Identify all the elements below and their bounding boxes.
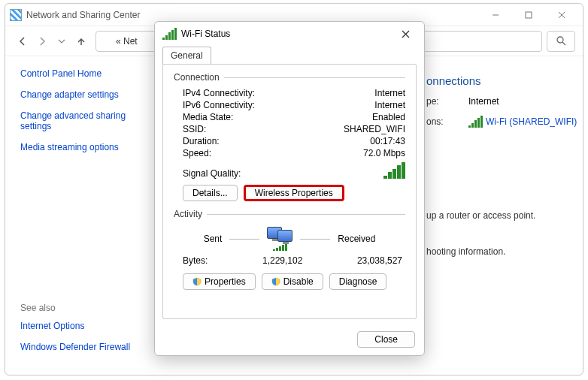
maximize-button[interactable] [512,5,545,26]
bytes-label: Bytes: [183,255,208,266]
troubleshoot-text: hooting information. [426,246,577,257]
svg-point-4 [557,37,563,43]
see-also-heading: See also [20,303,151,313]
signal-quality-icon [383,162,405,179]
disable-button[interactable]: Disable [262,273,323,290]
left-nav-pane: Control Panel Home Change adapter settin… [5,58,156,375]
connection-group-label: Connection [174,72,405,83]
activity-group: Activity Sent Received Bytes: 1,229,102 … [174,209,405,266]
wifi-status-dialog: Wi-Fi Status General Connection IPv4 Con… [154,21,425,356]
shield-icon [192,277,202,286]
wireless-properties-button[interactable]: Wireless Properties [244,185,344,201]
divider [300,239,330,240]
change-advanced-sharing-link[interactable]: Change advanced sharing settings [20,110,141,131]
media-streaming-link[interactable]: Media streaming options [20,142,151,152]
connections-heading: onnections [426,74,577,87]
wifi-signal-icon [162,28,177,40]
close-button[interactable]: Close [357,331,415,348]
ssid-label: SSID: [183,124,206,134]
dialog-titlebar: Wi-Fi Status [155,22,424,46]
shield-icon [271,277,280,286]
bytes-sent-value: 1,229,102 [262,255,302,266]
firewall-link[interactable]: Windows Defender Firewall [20,342,151,352]
signal-quality-label: Signal Quality: [183,168,241,179]
duration-label: Duration: [183,136,220,146]
diagnose-button[interactable]: Diagnose [329,273,387,290]
sent-label: Sent [204,234,223,244]
activity-group-label: Activity [174,209,405,219]
dialog-title: Wi-Fi Status [181,29,230,39]
ipv6-label: IPv6 Connectivity: [183,100,255,110]
ssid-value: SHARED_WIFI [344,124,405,134]
dialog-body: Connection IPv4 Connectivity:Internet IP… [162,64,417,319]
media-state-label: Media State: [183,112,233,122]
bytes-received-value: 23,038,527 [357,255,402,266]
wifi-connection-link[interactable]: Wi-Fi (SHARED_WIFI) [468,116,577,128]
close-button[interactable] [545,5,578,26]
duration-value: 00:17:43 [370,136,405,146]
change-adapter-link[interactable]: Change adapter settings [20,89,151,100]
media-state-value: Enabled [372,112,405,122]
dialog-close-button[interactable] [394,25,417,43]
access-type-label: pe: [426,96,456,107]
speed-value: 72.0 Mbps [363,148,405,158]
speed-label: Speed: [183,148,211,158]
activity-monitors-icon [267,227,292,242]
minimize-button[interactable] [479,5,512,26]
tab-general[interactable]: General [162,47,211,65]
parent-title: Network and Sharing Center [26,10,140,20]
details-button[interactable]: Details... [183,185,238,201]
control-panel-home-link[interactable]: Control Panel Home [20,68,151,79]
internet-options-link[interactable]: Internet Options [20,321,151,331]
setup-text: up a router or access point. [426,210,577,221]
ipv6-value: Internet [374,100,405,110]
ipv4-label: IPv4 Connectivity: [183,88,255,98]
access-type-value: Internet [468,96,499,107]
activity-signal-icon [273,243,287,251]
address-text: « Net [116,36,138,47]
properties-button[interactable]: Properties [183,273,256,290]
recent-button[interactable] [52,32,71,51]
connections-label: ons: [426,116,456,127]
back-button[interactable] [13,32,32,51]
ipv4-value: Internet [374,88,405,98]
svg-line-5 [562,42,565,45]
wifi-link-text: Wi-Fi (SHARED_WIFI) [486,116,577,127]
search-box[interactable] [547,31,575,52]
wifi-signal-icon [468,116,483,128]
dialog-tabbar: General [155,46,424,64]
svg-rect-1 [526,12,532,18]
forward-button[interactable] [32,32,52,51]
connection-group: Connection IPv4 Connectivity:Internet IP… [174,72,405,201]
network-center-icon [10,9,22,21]
network-center-icon [101,36,111,47]
received-label: Received [338,234,375,244]
up-button[interactable] [71,32,91,51]
divider [229,239,259,240]
